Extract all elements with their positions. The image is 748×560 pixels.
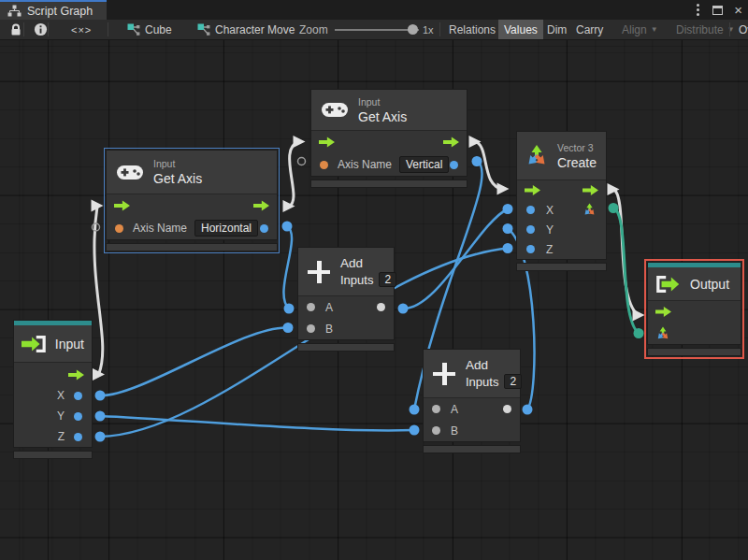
flow-input-port[interactable] xyxy=(319,136,335,149)
value-output-port[interactable] xyxy=(450,161,458,169)
maximize-icon[interactable] xyxy=(712,6,723,15)
flow-input-port[interactable] xyxy=(655,306,671,318)
flow-input-port[interactable] xyxy=(525,184,540,196)
zoom-slider-handle[interactable] xyxy=(408,24,418,35)
tab-script-graph[interactable]: Script Graph xyxy=(0,0,107,20)
info-button[interactable] xyxy=(28,20,53,39)
node-kind: Input xyxy=(358,96,407,108)
wire-flow-input-to-getaxis-horizontal[interactable] xyxy=(94,207,103,375)
node-add-1[interactable]: Add Inputs 2 A B xyxy=(297,247,395,352)
vector3-result-port[interactable] xyxy=(583,203,597,217)
value-connector-dot[interactable] xyxy=(523,405,533,415)
sum-output-port[interactable] xyxy=(377,303,385,311)
node-kind: Input xyxy=(153,158,202,169)
vector-connector-dot[interactable] xyxy=(634,328,644,338)
wire-flow-horizontal-to-vertical[interactable] xyxy=(289,142,299,207)
zoom-slider-track[interactable] xyxy=(335,29,419,31)
value-connector-dot[interactable] xyxy=(95,411,106,422)
flow-connector-triangle[interactable] xyxy=(294,136,306,148)
port-y-output[interactable] xyxy=(74,412,82,421)
node-get-axis-horizontal[interactable]: Input Get Axis Axis Name Horizontal xyxy=(106,150,278,251)
value-connector-dot[interactable] xyxy=(283,323,294,333)
flow-output-port[interactable] xyxy=(443,136,459,149)
value-connector-dot[interactable] xyxy=(410,405,420,415)
flow-connector-triangle[interactable] xyxy=(633,309,645,322)
flow-input-port[interactable] xyxy=(114,200,130,212)
axis-name-input-port[interactable] xyxy=(115,224,123,233)
port-y-input[interactable] xyxy=(526,225,535,234)
value-connector-dot[interactable] xyxy=(95,391,106,401)
node-title: Get Axis xyxy=(153,171,202,186)
wire-input-x-to-add1-b[interactable] xyxy=(100,327,288,395)
node-add-2[interactable]: Add Inputs 2 A B xyxy=(423,349,521,453)
value-connector-dot[interactable] xyxy=(472,156,482,166)
node-vector3-create[interactable]: Vector 3 Create X xyxy=(516,131,607,271)
node-output-unit[interactable]: Output xyxy=(647,262,741,356)
relations-toggle[interactable]: Relations xyxy=(443,20,501,39)
value-connector-dot[interactable] xyxy=(503,223,513,234)
lock-button[interactable] xyxy=(4,20,28,39)
zoom-label: Zoom xyxy=(299,20,328,39)
flow-output-port[interactable] xyxy=(253,200,269,212)
close-icon[interactable]: × xyxy=(734,3,742,17)
graph-canvas[interactable]: Input X Y Z xyxy=(0,40,748,560)
axis-name-field[interactable]: Vertical xyxy=(399,156,449,173)
node-footer xyxy=(13,451,93,459)
sum-output-port[interactable] xyxy=(503,405,511,413)
flow-output-port[interactable] xyxy=(583,184,598,196)
align-dropdown[interactable]: Align▼ xyxy=(616,20,664,39)
port-a-input[interactable] xyxy=(307,303,315,311)
value-output-port[interactable] xyxy=(260,224,268,233)
port-a-input[interactable] xyxy=(432,405,440,413)
port-label: A xyxy=(325,301,333,314)
value-connector-dot[interactable] xyxy=(398,304,409,314)
value-connector-dot[interactable] xyxy=(410,425,420,436)
node-footer xyxy=(297,343,395,352)
flow-output-port[interactable] xyxy=(68,369,84,381)
output-unit-icon xyxy=(655,275,682,294)
wire-add1-to-vector3-x[interactable] xyxy=(403,209,508,309)
port-z-output[interactable] xyxy=(74,433,82,441)
empty-socket[interactable] xyxy=(298,158,306,165)
code-preview-toggle[interactable]: <×> xyxy=(65,20,97,39)
lock-icon xyxy=(9,22,22,36)
vector3-input-port[interactable] xyxy=(655,326,670,341)
value-connector-dot[interactable] xyxy=(503,243,513,253)
gamepad-icon xyxy=(321,101,349,119)
unity-visual-scripting-window: Script Graph × <×> xyxy=(0,0,748,560)
wire-horizontal-to-add1-a[interactable] xyxy=(283,226,292,309)
breadcrumb-character-move[interactable]: Character Move xyxy=(197,20,295,39)
param-label: Axis Name xyxy=(338,158,392,171)
values-toggle[interactable]: Values xyxy=(498,20,543,39)
value-connector-dot[interactable] xyxy=(282,222,293,232)
flow-connector-triangle[interactable] xyxy=(497,183,510,195)
node-input-unit[interactable]: Input X Y Z xyxy=(13,320,93,459)
breadcrumb-cube[interactable]: Cube xyxy=(127,20,172,39)
node-get-axis-vertical[interactable]: Input Get Axis Axis Name Vertical xyxy=(310,89,468,188)
port-z-input[interactable] xyxy=(526,245,535,253)
port-label: Y xyxy=(57,409,65,423)
node-title: Input xyxy=(55,337,84,352)
node-footer xyxy=(516,263,607,271)
port-x-output[interactable] xyxy=(74,392,82,400)
port-label: B xyxy=(325,323,333,336)
dim-toggle[interactable]: Dim xyxy=(541,20,572,39)
port-b-input[interactable] xyxy=(307,324,315,333)
port-x-input[interactable] xyxy=(526,206,535,214)
vector-connector-dot[interactable] xyxy=(609,203,619,213)
port-b-input[interactable] xyxy=(432,426,440,435)
axis-name-input-port[interactable] xyxy=(320,161,328,169)
value-connector-dot[interactable] xyxy=(95,432,106,442)
value-connector-dot[interactable] xyxy=(284,304,295,314)
value-connector-dot[interactable] xyxy=(503,204,513,214)
inputs-count-field[interactable]: 2 xyxy=(504,374,522,389)
flow-connector-triangle[interactable] xyxy=(93,368,105,381)
node-title: Get Axis xyxy=(358,109,407,124)
inputs-count-field[interactable]: 2 xyxy=(379,272,396,287)
overview-button[interactable]: Overview xyxy=(733,20,748,39)
window-menu-icon[interactable] xyxy=(695,2,701,18)
carry-toggle[interactable]: Carry xyxy=(570,20,609,39)
node-title: Add xyxy=(340,256,396,270)
inputs-label: Inputs xyxy=(466,375,498,389)
axis-name-field[interactable]: Horizontal xyxy=(194,220,258,237)
